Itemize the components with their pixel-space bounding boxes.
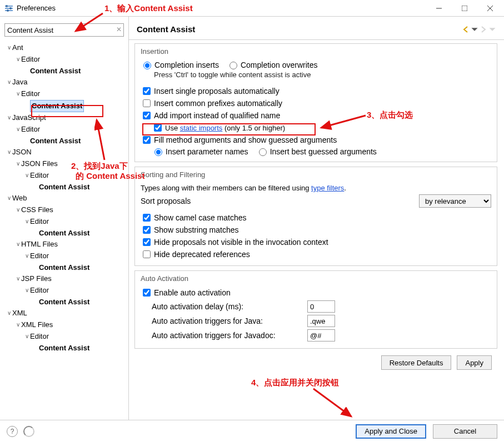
tree-node-java[interactable]: ∨Java bbox=[2, 77, 126, 88]
insert-single-label: Insert single proposals automatically bbox=[154, 87, 280, 96]
static-imports-link[interactable]: static imports bbox=[180, 124, 223, 132]
content-pane: Content Assist Insertion Completion inse… bbox=[129, 17, 504, 420]
auto-activation-group: Auto Activation Enable auto activation A… bbox=[134, 270, 497, 349]
type-filters-link[interactable]: type filters bbox=[311, 184, 344, 192]
sorting-group-title: Sorting and Filtering bbox=[138, 170, 207, 179]
auto-javadoc-input[interactable] bbox=[307, 329, 335, 341]
svg-point-3 bbox=[6, 5, 8, 7]
auto-delay-label: Auto activation delay (ms): bbox=[152, 302, 307, 311]
tree-node-javascript[interactable]: ∨JavaScript bbox=[2, 112, 126, 124]
svg-rect-7 bbox=[462, 6, 467, 11]
substring-checkbox[interactable] bbox=[143, 226, 151, 234]
auto-javadoc-label: Auto activation triggers for Javadoc: bbox=[152, 331, 307, 340]
content-header: Content Assist bbox=[129, 17, 504, 40]
insert-best-guess-radio[interactable] bbox=[259, 148, 267, 156]
nav-forward-menu-icon[interactable] bbox=[488, 26, 496, 33]
auto-java-input[interactable] bbox=[307, 315, 335, 327]
title-bar: Preferences bbox=[0, 0, 504, 17]
search-input[interactable] bbox=[4, 23, 124, 37]
tree-node-jsp-editor[interactable]: ∨Editor bbox=[2, 285, 126, 297]
clear-search-icon[interactable]: ✕ bbox=[116, 26, 122, 33]
tree-node-ant[interactable]: ∨Ant bbox=[2, 42, 126, 54]
fill-args-label: Fill method arguments and show guessed a… bbox=[154, 135, 337, 144]
preferences-icon bbox=[4, 4, 13, 13]
toggle-hint: Press 'Ctrl' to toggle while content ass… bbox=[154, 71, 491, 79]
tree-node-xml[interactable]: ∨XML bbox=[2, 308, 126, 319]
tree-node-xml-editor[interactable]: ∨Editor bbox=[2, 331, 126, 343]
apply-button[interactable]: Apply bbox=[457, 355, 492, 370]
use-static-imports-label: Use static imports (only 1.5 or higher) bbox=[165, 123, 285, 132]
filter-search: ✕ bbox=[4, 23, 124, 37]
import-export-icon[interactable] bbox=[23, 426, 34, 437]
page-buttons: Restore Defaults Apply bbox=[134, 353, 497, 375]
completion-overwrites-radio[interactable] bbox=[229, 62, 237, 69]
tree-node-web[interactable]: ∨Web bbox=[2, 193, 126, 204]
insert-param-names-radio[interactable] bbox=[154, 148, 162, 156]
maximize-button[interactable] bbox=[452, 0, 477, 17]
svg-point-4 bbox=[9, 7, 12, 9]
tree-node-jsonfiles[interactable]: ∨JSON Files bbox=[2, 158, 126, 170]
page-title: Content Assist bbox=[137, 24, 461, 34]
tree-node-ant-editor[interactable]: ∨Editor bbox=[2, 54, 126, 66]
tree-node-css-editor[interactable]: ∨Editor bbox=[2, 216, 126, 228]
insert-prefix-checkbox[interactable] bbox=[143, 99, 151, 107]
enable-auto-checkbox[interactable] bbox=[143, 289, 151, 297]
hide-invoc-checkbox[interactable] bbox=[143, 238, 151, 246]
insert-param-names-label: Insert parameter names bbox=[166, 147, 248, 156]
tree-node-java-ca[interactable]: Content Assist bbox=[2, 100, 126, 112]
hide-invoc-label: Hide proposals not visible in the invoca… bbox=[154, 238, 328, 247]
sorting-group: Sorting and Filtering Types along with t… bbox=[134, 167, 497, 266]
insert-prefix-label: Insert common prefixes automatically bbox=[154, 99, 282, 108]
tree-node-cssfiles[interactable]: ∨CSS Files bbox=[2, 204, 126, 216]
close-button[interactable] bbox=[477, 0, 503, 17]
nav-back-icon[interactable] bbox=[462, 26, 470, 33]
completion-inserts-radio[interactable] bbox=[143, 62, 151, 69]
preferences-tree: ∨Ant ∨Editor Content Assist ∨Java ∨Edito… bbox=[2, 42, 126, 354]
tree-node-json[interactable]: ∨JSON bbox=[2, 147, 126, 158]
completion-overwrites-label: Completion overwrites bbox=[241, 61, 318, 69]
apply-and-close-button[interactable]: Apply and Close bbox=[356, 424, 426, 439]
sidebar: ✕ ∨Ant ∨Editor Content Assist ∨Java ∨Edi… bbox=[0, 17, 129, 420]
tree-node-js-editor[interactable]: ∨Editor bbox=[2, 124, 126, 135]
tree-node-xmlfiles[interactable]: ∨XML Files bbox=[2, 319, 126, 331]
tree-node-json-editor[interactable]: ∨Editor bbox=[2, 170, 126, 182]
tree-node-xml-ca[interactable]: Content Assist bbox=[2, 343, 126, 354]
help-icon[interactable]: ? bbox=[7, 426, 18, 437]
restore-defaults-button[interactable]: Restore Defaults bbox=[381, 355, 452, 370]
sort-proposals-select[interactable]: by relevance bbox=[419, 194, 491, 208]
tree-node-json-ca[interactable]: Content Assist bbox=[2, 182, 126, 193]
tree-node-html-editor[interactable]: ∨Editor bbox=[2, 250, 126, 262]
insert-single-checkbox[interactable] bbox=[143, 87, 151, 95]
fill-args-checkbox[interactable] bbox=[143, 136, 151, 144]
tree-node-ant-ca[interactable]: Content Assist bbox=[2, 66, 126, 77]
camel-case-checkbox[interactable] bbox=[143, 214, 151, 222]
tree-node-js-ca[interactable]: Content Assist bbox=[2, 135, 126, 147]
auto-delay-input[interactable] bbox=[307, 300, 335, 313]
hide-deprecated-checkbox[interactable] bbox=[143, 250, 151, 258]
completion-inserts-label: Completion inserts bbox=[154, 61, 219, 69]
use-static-imports-checkbox[interactable] bbox=[154, 124, 162, 132]
nav-forward-icon[interactable] bbox=[480, 26, 487, 33]
add-import-checkbox[interactable] bbox=[143, 112, 151, 119]
auto-activation-group-title: Auto Activation bbox=[138, 274, 191, 283]
minimize-button[interactable] bbox=[426, 0, 452, 17]
tree-node-css-ca[interactable]: Content Assist bbox=[2, 228, 126, 239]
cancel-button[interactable]: Cancel bbox=[433, 424, 497, 439]
tree-node-htmlfiles[interactable]: ∨HTML Files bbox=[2, 239, 126, 250]
add-import-label: Add import instead of qualified name bbox=[154, 111, 280, 120]
window-title: Preferences bbox=[17, 4, 426, 12]
sort-proposals-label: Sort proposals bbox=[141, 197, 191, 205]
tree-node-jsp-ca[interactable]: Content Assist bbox=[2, 297, 126, 308]
tree-node-jspfiles[interactable]: ∨JSP Files bbox=[2, 273, 126, 285]
nav-back-menu-icon[interactable] bbox=[471, 26, 478, 33]
enable-auto-label: Enable auto activation bbox=[154, 288, 231, 297]
svg-point-5 bbox=[7, 9, 9, 12]
insertion-group: Insertion Completion inserts Completion … bbox=[134, 43, 497, 162]
tree-node-java-editor[interactable]: ∨Editor bbox=[2, 88, 126, 100]
tree-node-html-ca[interactable]: Content Assist bbox=[2, 262, 126, 273]
insertion-group-title: Insertion bbox=[138, 47, 171, 56]
substring-label: Show substring matches bbox=[154, 225, 239, 234]
auto-java-label: Auto activation triggers for Java: bbox=[152, 317, 307, 325]
camel-case-label: Show camel case matches bbox=[154, 213, 247, 222]
footer-bar: ? Apply and Close Cancel bbox=[0, 420, 504, 442]
